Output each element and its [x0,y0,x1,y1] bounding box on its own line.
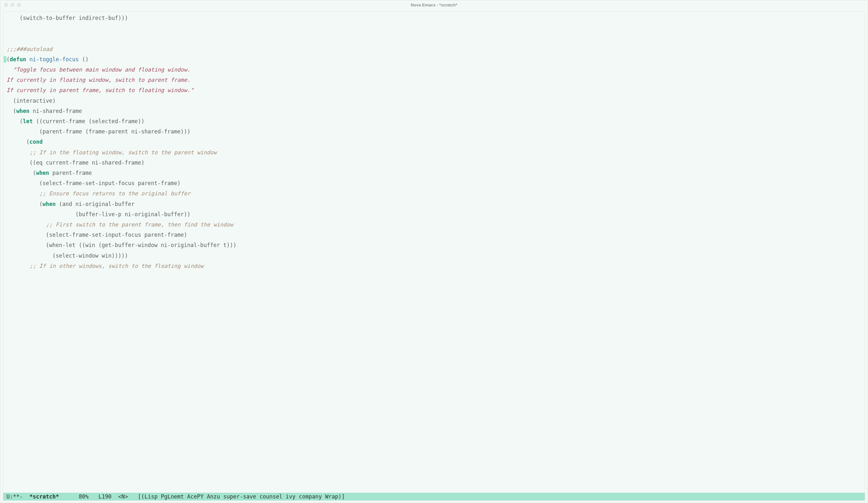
window-title: Nova Emacs - *scratch* [0,2,868,7]
token-kw: defun [10,56,26,63]
code-line: (select-window win))))) [7,252,128,259]
editor-buffer[interactable]: (switch-to-buffer indirect-buf))) ;;;###… [3,11,865,501]
token-kw: when [17,108,30,114]
close-icon[interactable] [4,3,8,7]
code-line: (parent-frame (frame-parent ni-shared-fr… [7,128,190,135]
code-line: If currently in floating window, switch … [7,77,190,83]
code-line: (switch-to-buffer indirect-buf))) [7,15,128,21]
token-com: ;; If in other windows, switch to the fl… [30,263,204,269]
code-line: (when-let ((win (get-buffer-window ni-or… [7,242,236,248]
mode-line[interactable]: U:**- *scratch* 80% L190 <N> [(Lisp PgLn… [3,493,865,501]
code-line: ;; If in other windows, switch to the fl… [7,263,204,269]
token-com: ;; First switch to the parent frame, the… [46,221,233,228]
token-doc: If currently in floating window, switch … [7,77,190,83]
minimize-icon[interactable] [11,3,14,7]
token-kw: cond [30,139,43,145]
token-doc: "Toggle focus between main window and fl… [13,66,190,73]
modeline-line: L190 [99,493,112,500]
code-line: (when (and ni-original-buffer [7,201,134,207]
modeline-buffer: *scratch* [30,493,59,500]
modeline-status: U:**- [7,493,23,500]
cursor [3,56,7,63]
code-line: ;; First switch to the parent frame, the… [7,221,233,228]
traffic-lights [0,3,21,7]
code-content[interactable]: (switch-to-buffer indirect-buf))) ;;;###… [3,13,865,271]
code-line: (select-frame-set-input-focus parent-fra… [7,232,187,238]
zoom-icon[interactable] [17,3,21,7]
token-kw: when [36,170,49,176]
code-line: (interactive) [7,97,56,104]
emacs-window: Nova Emacs - *scratch* (switch-to-buffer… [0,0,868,503]
modeline-modes: [(Lisp PgLnemt AcePY Anzu super-save cou… [138,493,345,500]
token-doc: If currently in parent frame, switch to … [7,87,194,93]
code-line: ;; If in the floating window, switch to … [7,149,217,156]
token-com: ;; Ensure focus returns to the original … [39,190,190,197]
code-line: (select-frame-set-input-focus parent-fra… [7,180,180,186]
code-line: If currently in parent frame, switch to … [7,87,194,93]
code-line: ;; Ensure focus returns to the original … [7,190,190,197]
modeline-mode-indicator: <N> [118,493,128,500]
code-line: (when parent-frame [7,170,92,176]
code-line: ((eq current-frame ni-shared-frame) [7,159,144,166]
code-line: ;;;###autoload [7,46,52,52]
code-line: (buffer-live-p ni-original-buffer)) [7,211,190,218]
token-kw: let [23,118,33,125]
code-line: (when ni-shared-frame [7,108,82,114]
editor-area: (switch-to-buffer indirect-buf))) ;;;###… [0,9,868,501]
token-com: ;;;###autoload [7,46,52,52]
modeline-percent: 80% [79,493,89,500]
code-line: (let ((current-frame (selected-frame)) [7,118,144,125]
code-line: "Toggle focus between main window and fl… [7,66,190,73]
code-line: (cond [7,139,43,145]
token-com: ;; If in the floating window, switch to … [30,149,217,156]
token-fn: ni-toggle-focus [30,56,79,63]
code-line: (defun ni-toggle-focus () [7,56,89,63]
minibuffer[interactable] [0,501,868,503]
titlebar[interactable]: Nova Emacs - *scratch* [0,0,868,9]
token-kw: when [43,201,56,207]
